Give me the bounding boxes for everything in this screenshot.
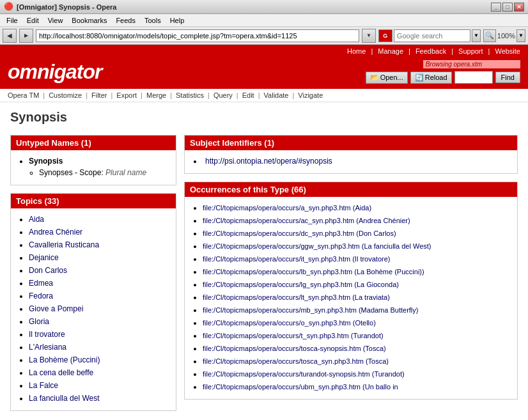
untyped-names-body: Synopsis Synopses - Scope: Plural name [11,150,176,185]
topic-link[interactable]: Edmea [29,279,53,288]
topic-link[interactable]: La fanciulla del West [29,394,100,403]
nav-query[interactable]: Query [214,91,233,99]
topic-link[interactable]: Dejanice [29,253,59,262]
list-item: file:/Cl/topicmaps/opera/occurs/dc_syn.p… [203,228,509,239]
list-item: Cavalleria Rusticana [29,239,168,251]
topic-link[interactable]: Don Carlos [29,266,67,275]
reload-icon: 🔄 [415,74,424,82]
occurrence-link[interactable]: file:/Cl/topicmaps/opera/occurs/lt_syn.p… [203,293,390,301]
reload-button-label: Reload [425,74,447,81]
topics-section: Topics (33) AidaAndrea ChénierCavalleria… [10,193,176,411]
zoom-level: 100% [497,32,515,40]
occurrences-section: Occurrences of this Type (66) file:/Cl/t… [184,182,518,400]
topic-link[interactable]: Fedora [29,292,53,300]
forward-button[interactable]: ▶ [19,29,33,43]
nav-website[interactable]: Website [495,47,520,55]
nav-edit[interactable]: Edit [242,91,254,99]
menu-bookmarks[interactable]: Bookmarks [68,15,111,26]
nav-filter[interactable]: Filter [91,91,107,99]
list-item: L'Arlesiana [29,341,168,353]
topic-link[interactable]: Il trovatore [29,330,65,339]
occurrence-link[interactable]: file:/Cl/topicmaps/opera/occurs/o_syn.ph… [203,319,376,327]
topic-link[interactable]: La Falce [29,381,58,390]
topic-link[interactable]: Giove a Pompei [29,304,83,313]
occurrence-link[interactable]: file:/Cl/topicmaps/opera/occurs/mb_syn.p… [203,306,418,314]
menu-bar: File Edit View Bookmarks Feeds Tools Hel… [0,14,528,27]
topic-link[interactable]: La Bohème (Puccini) [29,355,100,364]
list-item: Don Carlos [29,265,168,276]
reload-button[interactable]: 🔄 Reload [410,72,452,84]
site-logo: omnigator [8,60,102,84]
occurrence-link[interactable]: file:/Cl/topicmaps/opera/occurs/tosca_sy… [203,357,389,365]
nav-statistics[interactable]: Statistics [176,91,204,99]
list-item: file:/Cl/topicmaps/opera/occurs/tosca_sy… [203,355,509,367]
nav-customize[interactable]: Customize [49,91,82,99]
subject-identifier-link[interactable]: http://psi.ontopia.net/opera/#synopsis [205,157,332,166]
occurrence-link[interactable]: file:/Cl/topicmaps/opera/occurs/lg_syn.p… [203,281,399,288]
subject-identifiers-body: http://psi.ontopia.net/opera/#synopsis [185,150,517,173]
left-column: Untyped Names (1) Synopsis Synopses - Sc… [10,135,176,419]
occurrence-link[interactable]: file:/Cl/topicmaps/opera/occurs/a_syn.ph… [203,204,371,212]
occurrence-link[interactable]: file:/Cl/topicmaps/opera/occurs/lb_syn.p… [203,268,424,276]
topics-body: AidaAndrea ChénierCavalleria RusticanaDe… [11,208,176,410]
menu-help[interactable]: Help [166,15,189,26]
menu-view[interactable]: View [44,15,67,26]
list-item: file:/Cl/topicmaps/opera/occurs/tosca-sy… [203,343,509,354]
close-button[interactable]: ✕ [514,3,524,12]
untyped-names-header: Untyped Names (1) [11,136,176,150]
nav-home[interactable]: Home [347,47,366,55]
topic-link[interactable]: Aida [29,215,44,224]
browsing-label: Browsing opera.xtm [423,60,520,68]
menu-edit[interactable]: Edit [23,15,43,26]
search-dropdown[interactable]: ▼ [472,29,481,42]
minimize-button[interactable]: _ [491,3,501,12]
nav-validate[interactable]: Validate [264,91,289,99]
topic-link[interactable]: Andrea Chénier [29,228,82,237]
nav-feedback[interactable]: Feedback [415,47,446,55]
list-item: La fanciulla del West [29,393,168,404]
nav-export[interactable]: Export [116,91,137,99]
open-button-label: Open... [380,74,403,81]
right-column: Subject Identifiers (1) http://psi.ontop… [184,135,518,419]
address-dropdown[interactable]: ▼ [362,29,376,43]
occurrence-link[interactable]: file:/Cl/topicmaps/opera/occurs/ggw_syn.… [203,242,431,250]
address-input[interactable] [36,29,359,42]
zoom-dropdown[interactable]: ▼ [516,29,525,42]
find-button[interactable]: Find [495,72,520,83]
occurrence-link[interactable]: file:/Cl/topicmaps/opera/occurs/tosca-sy… [203,345,386,352]
list-item: La cena delle beffe [29,367,168,378]
topic-link[interactable]: Gloria [29,317,49,326]
occurrence-link[interactable]: file:/Cl/topicmaps/opera/occurs/t_syn.ph… [203,332,384,339]
list-item: file:/Cl/topicmaps/opera/occurs/it_syn.p… [203,253,509,265]
occurrence-link[interactable]: file:/Cl/topicmaps/opera/occurs/ac_syn.p… [203,217,410,224]
list-item: Synopsis Synopses - Scope: Plural name [29,155,168,178]
nav-vizigate[interactable]: Vizigate [298,91,323,99]
nav-opera-tm[interactable]: Opera TM [8,91,39,99]
menu-file[interactable]: File [3,15,22,26]
find-input[interactable] [454,71,493,84]
list-item: Dejanice [29,252,168,263]
topic-link[interactable]: Cavalleria Rusticana [29,240,99,249]
occurrence-link[interactable]: file:/Cl/topicmaps/opera/occurs/it_syn.p… [203,255,390,263]
list-item: file:/Cl/topicmaps/opera/occurs/o_syn.ph… [203,317,509,329]
topic-link[interactable]: La cena delle beffe [29,368,93,377]
back-button[interactable]: ◀ [3,29,17,43]
search-box: G ▼ [378,29,481,42]
menu-feeds[interactable]: Feeds [112,15,139,26]
open-button[interactable]: 📂 Open... [366,72,408,84]
nav-support[interactable]: Support [458,47,483,55]
nav-manage[interactable]: Manage [378,47,403,55]
list-item: Synopses - Scope: Plural name [39,167,168,178]
occurrence-link[interactable]: file:/Cl/topicmaps/opera/occurs/ubm_syn.… [203,383,398,391]
list-item: file:/Cl/topicmaps/opera/occurs/ggw_syn.… [203,240,509,252]
maximize-button[interactable]: □ [502,3,513,12]
nav-merge[interactable]: Merge [146,91,166,99]
untyped-names-section: Untyped Names (1) Synopsis Synopses - Sc… [10,135,176,185]
occurrence-link[interactable]: file:/Cl/topicmaps/opera/occurs/turandot… [203,370,405,378]
menu-tools[interactable]: Tools [141,15,165,26]
occurrence-link[interactable]: file:/Cl/topicmaps/opera/occurs/dc_syn.p… [203,229,396,237]
search-input[interactable] [394,29,470,42]
zoom-icon[interactable]: 🔍 [483,29,496,42]
browser-content: Home | Manage | Feedback | Support | Web… [0,45,528,420]
topic-link[interactable]: L'Arlesiana [29,343,66,352]
